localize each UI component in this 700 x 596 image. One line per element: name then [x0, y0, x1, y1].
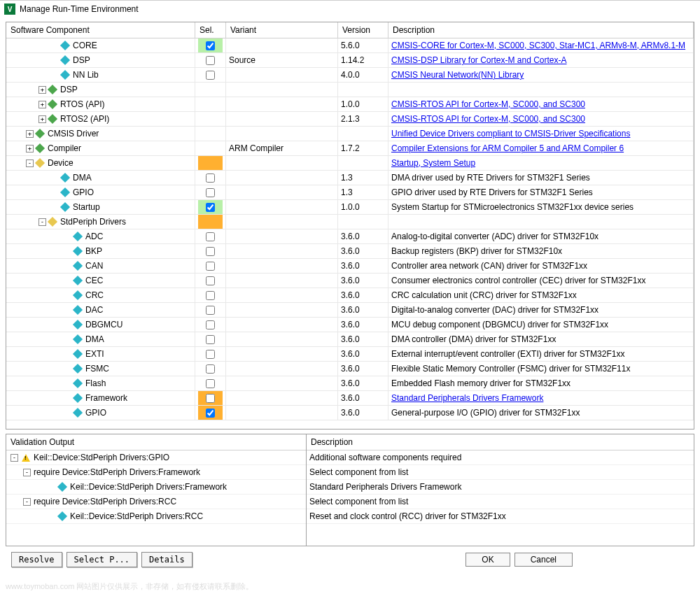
component-row[interactable]: DBGMCU3.6.0MCU debug component (DBGMCU) … [6, 318, 694, 332]
description-link[interactable]: Standard Peripherals Drivers Framework [391, 393, 543, 403]
component-row[interactable]: Framework3.6.0Standard Peripherals Drive… [6, 391, 694, 406]
grid-body[interactable]: CORE5.6.0CMSIS-CORE for Cortex-M, SC000,… [6, 38, 694, 429]
col-header-description[interactable]: Description [388, 22, 694, 38]
variant-cell [226, 244, 338, 258]
description-link[interactable]: Startup, System Setup [391, 158, 475, 168]
select-checkbox[interactable] [206, 203, 215, 212]
component-row[interactable]: +CMSIS DriverUnified Device Drivers comp… [6, 127, 694, 141]
validation-row[interactable]: -require Device:StdPeriph Drivers:Framew… [6, 465, 306, 480]
component-row[interactable]: -StdPeriph Drivers [6, 215, 694, 229]
validation-body[interactable]: -Keil::Device:StdPeriph Drivers:GPIO-req… [6, 450, 306, 546]
component-row[interactable]: GPIO3.6.0General-purpose I/O (GPIO) driv… [6, 406, 694, 420]
variant-cell [226, 185, 338, 199]
component-row[interactable]: CEC3.6.0Consumer electronics control con… [6, 274, 694, 288]
select-checkbox[interactable] [206, 320, 215, 329]
validation-text: Keil::Device:StdPeriph Drivers:GPIO [34, 453, 169, 462]
description-cell: System Startup for STMicroelectronics ST… [388, 200, 694, 214]
description-body[interactable]: Additional software components requiredS… [307, 450, 694, 546]
expand-icon[interactable]: + [38, 86, 46, 94]
select-checkbox[interactable] [206, 394, 215, 403]
component-row[interactable]: DAC3.6.0Digital-to-analog converter (DAC… [6, 303, 694, 318]
col-header-component[interactable]: Software Component [6, 22, 195, 38]
component-row[interactable]: CORE5.6.0CMSIS-CORE for Cortex-M, SC000,… [6, 38, 694, 53]
select-checkbox[interactable] [206, 41, 215, 50]
expand-icon[interactable]: + [26, 145, 34, 152]
select-checkbox[interactable] [206, 364, 215, 374]
component-row[interactable]: DMA1.3DMA driver used by RTE Drivers for… [6, 171, 694, 185]
component-icon [57, 482, 67, 492]
component-row[interactable]: +DSP [6, 83, 694, 97]
expand-icon[interactable]: + [38, 115, 46, 123]
component-row[interactable]: Startup1.0.0System Startup for STMicroel… [6, 200, 694, 215]
component-row[interactable]: CAN3.6.0Controller area network (CAN) dr… [6, 259, 694, 274]
component-row[interactable]: CRC3.6.0CRC calculation unit (CRC) drive… [6, 288, 694, 303]
component-row[interactable]: +RTOS2 (API)2.1.3CMSIS-RTOS API for Cort… [6, 112, 694, 127]
select-checkbox[interactable] [206, 379, 215, 388]
version-cell: 3.6.0 [338, 391, 388, 405]
col-header-sel[interactable]: Sel. [195, 22, 226, 38]
col-header-variant[interactable]: Variant [226, 22, 338, 38]
validation-row[interactable]: Keil::Device:StdPeriph Drivers:RCC [6, 509, 306, 524]
description-link[interactable]: CMSIS-CORE for Cortex-M, SC000, SC300, S… [391, 41, 685, 50]
component-row[interactable]: ADC3.6.0Analog-to-digital converter (ADC… [6, 229, 694, 244]
select-checkbox[interactable] [206, 276, 215, 285]
select-packs-button[interactable]: Select P... [66, 552, 137, 567]
select-checkbox[interactable] [206, 232, 215, 241]
expand-icon[interactable]: + [26, 130, 34, 138]
collapse-icon[interactable]: - [23, 469, 31, 476]
select-checkbox[interactable] [206, 173, 215, 183]
validation-row[interactable]: -Keil::Device:StdPeriph Drivers:GPIO [6, 450, 306, 465]
component-row[interactable]: BKP3.6.0Backup registers (BKP) driver fo… [6, 244, 694, 259]
description-link[interactable]: CMSIS-RTOS API for Cortex-M, SC000, and … [391, 99, 585, 109]
ok-button[interactable]: OK [465, 553, 510, 567]
component-row[interactable]: FSMC3.6.0Flexible Static Memory Controll… [6, 362, 694, 376]
component-name: DMA [73, 173, 92, 183]
component-row[interactable]: +RTOS (API)1.0.0CMSIS-RTOS API for Corte… [6, 97, 694, 112]
resolve-button[interactable]: Resolve [11, 552, 62, 567]
select-checkbox[interactable] [206, 56, 215, 65]
version-cell: 3.6.0 [338, 362, 388, 376]
validation-row[interactable]: Keil::Device:StdPeriph Drivers:Framework [6, 480, 306, 495]
select-checkbox[interactable] [206, 291, 215, 300]
col-header-version[interactable]: Version [338, 22, 388, 38]
validation-desc: Additional software components required [307, 450, 694, 465]
collapse-icon[interactable]: - [23, 498, 31, 506]
version-cell: 1.14.2 [338, 53, 388, 67]
collapse-icon[interactable]: - [10, 454, 18, 462]
component-icon [48, 114, 57, 124]
component-row[interactable]: DSPSource1.14.2CMSIS-DSP Library for Cor… [6, 53, 694, 68]
component-icon [73, 276, 83, 285]
description-link[interactable]: CMSIS-DSP Library for Cortex-M and Corte… [391, 55, 567, 65]
component-name: CRC [85, 290, 104, 300]
collapse-icon[interactable]: - [38, 218, 46, 226]
select-checkbox[interactable] [206, 306, 215, 315]
description-link[interactable]: CMSIS-RTOS API for Cortex-M, SC000, and … [391, 114, 585, 124]
cancel-button[interactable]: Cancel [514, 553, 573, 567]
select-checkbox[interactable] [206, 262, 215, 271]
select-checkbox[interactable] [206, 350, 215, 359]
validation-desc: Reset and clock control (RCC) driver for… [307, 509, 694, 524]
component-row[interactable]: Flash3.6.0Embedded Flash memory driver f… [6, 376, 694, 391]
variant-cell [226, 288, 338, 302]
component-row[interactable]: +CompilerARM Compiler1.7.2Compiler Exten… [6, 141, 694, 156]
description-link[interactable]: Compiler Extensions for ARM Compiler 5 a… [391, 143, 624, 153]
select-checkbox[interactable] [206, 335, 215, 344]
select-checkbox[interactable] [206, 71, 215, 80]
component-row[interactable]: -DeviceStartup, System Setup [6, 156, 694, 171]
component-row[interactable]: DMA3.6.0DMA controller (DMA) driver for … [6, 332, 694, 347]
component-row[interactable]: NN Lib4.0.0CMSIS Neural Network(NN) Libr… [6, 68, 694, 83]
component-icon [35, 129, 45, 139]
description-link[interactable]: CMSIS Neural Network(NN) Library [391, 70, 524, 80]
select-checkbox[interactable] [206, 247, 215, 256]
component-icon [57, 511, 67, 521]
validation-row[interactable]: -require Device:StdPeriph Drivers:RCC [6, 495, 306, 509]
description-link[interactable]: Unified Device Drivers compliant to CMSI… [391, 129, 630, 139]
expand-icon[interactable]: + [38, 101, 46, 108]
component-row[interactable]: GPIO1.3GPIO driver used by RTE Drivers f… [6, 185, 694, 200]
collapse-icon[interactable]: - [26, 159, 34, 167]
select-checkbox[interactable] [206, 409, 215, 418]
details-button[interactable]: Details [141, 552, 192, 567]
validation-desc: Select component from list [307, 465, 694, 480]
component-row[interactable]: EXTI3.6.0External interrupt/event contro… [6, 347, 694, 362]
select-checkbox[interactable] [206, 188, 215, 197]
